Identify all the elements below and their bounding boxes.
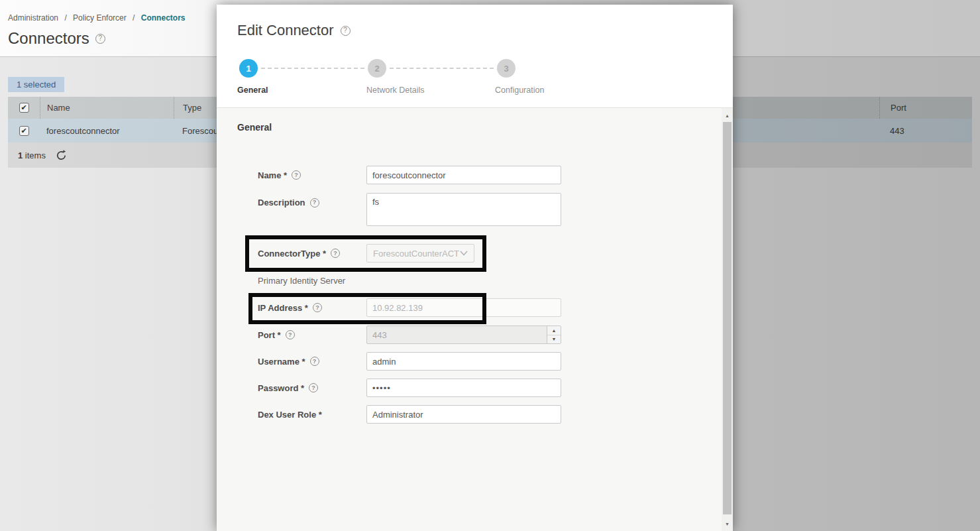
port-label: Port *	[258, 330, 281, 340]
step-1-label: General	[237, 86, 268, 95]
username-help-icon[interactable]: ?	[310, 357, 319, 366]
cell-name: forescoutconnector	[40, 126, 174, 136]
primary-identity-server-label: Primary Identity Server	[258, 276, 345, 286]
name-field-row: Name * ?	[258, 166, 561, 184]
items-count: 1 items	[18, 150, 46, 160]
breadcrumb-policy-enforcer[interactable]: Policy Enforcer	[73, 13, 127, 23]
cell-port: 443	[879, 126, 972, 136]
port-help-icon[interactable]: ?	[286, 330, 295, 339]
description-field-row: Description ? fs	[258, 193, 561, 226]
password-input[interactable]	[366, 379, 561, 397]
step-3-label: Configuration	[495, 86, 544, 95]
breadcrumb-separator: /	[64, 13, 66, 23]
modal-title: Edit Connector	[237, 22, 334, 39]
port-field-row: Port * ? ▲ ▼	[258, 325, 561, 344]
page-help-icon[interactable]: ?	[95, 34, 105, 44]
modal-scrollbar[interactable]: ▲ ▼	[722, 108, 733, 531]
edit-connector-modal: Edit Connector ? 1 General 2 Network Det…	[217, 5, 733, 531]
column-header-name[interactable]: Name	[40, 97, 174, 119]
step-3-circle[interactable]: 3	[497, 59, 516, 78]
scrollbar-down-icon[interactable]: ▼	[722, 518, 733, 530]
name-help-icon[interactable]: ?	[292, 170, 301, 180]
password-label: Password *	[258, 383, 304, 393]
wizard-step-network-details[interactable]: 2 Network Details	[366, 59, 386, 78]
annotation-box-connector-type	[245, 235, 486, 272]
username-input[interactable]	[366, 352, 561, 371]
spinner-up-icon[interactable]: ▲	[547, 326, 561, 335]
annotation-box-ip-address	[248, 293, 486, 324]
step-2-label: Network Details	[366, 86, 425, 95]
wizard-step-general[interactable]: 1 General	[237, 59, 258, 78]
port-spinner: ▲ ▼	[547, 326, 561, 343]
port-input	[366, 325, 561, 344]
password-help-icon[interactable]: ?	[309, 383, 318, 392]
wizard-steps: 1 General 2 Network Details 3 Configurat…	[237, 59, 635, 99]
password-field-row: Password * ?	[258, 379, 561, 397]
modal-body: General Name * ? Description ? fs Connec…	[217, 108, 733, 531]
name-input[interactable]	[366, 166, 561, 184]
name-label: Name *	[258, 170, 287, 180]
dex-user-role-field-row: Dex User Role *	[258, 405, 561, 424]
scrollbar-thumb[interactable]	[723, 122, 732, 514]
username-field-row: Username * ?	[258, 352, 561, 371]
breadcrumb-administration[interactable]: Administration	[8, 13, 58, 23]
page-title: Connectors	[8, 29, 89, 48]
step-1-circle[interactable]: 1	[239, 59, 258, 78]
scrollbar-up-icon[interactable]: ▲	[722, 109, 733, 121]
section-heading-general: General	[237, 122, 272, 133]
dex-user-role-label: Dex User Role *	[258, 410, 322, 420]
breadcrumb-connectors[interactable]: Connectors	[141, 13, 186, 23]
row-checkbox[interactable]: ✔	[19, 126, 29, 136]
step-2-circle[interactable]: 2	[368, 59, 386, 78]
spinner-down-icon[interactable]: ▼	[547, 335, 561, 344]
breadcrumb-separator: /	[133, 13, 135, 23]
items-count-suffix: items	[23, 150, 46, 160]
column-header-port[interactable]: Port	[879, 97, 972, 119]
description-label: Description	[258, 198, 305, 207]
dex-user-role-input[interactable]	[366, 405, 561, 424]
step-connector-line	[390, 68, 494, 69]
description-help-icon[interactable]: ?	[310, 198, 319, 207]
refresh-icon[interactable]	[55, 149, 68, 162]
username-label: Username *	[258, 357, 305, 367]
selected-count-badge: 1 selected	[8, 77, 64, 92]
select-all-checkbox[interactable]: ✔	[19, 103, 29, 113]
step-connector-line	[261, 68, 364, 69]
modal-help-icon[interactable]: ?	[341, 26, 351, 36]
modal-header: Edit Connector ? 1 General 2 Network Det…	[217, 5, 733, 108]
description-textarea[interactable]: fs	[366, 193, 561, 226]
wizard-step-configuration[interactable]: 3 Configuration	[495, 59, 516, 78]
